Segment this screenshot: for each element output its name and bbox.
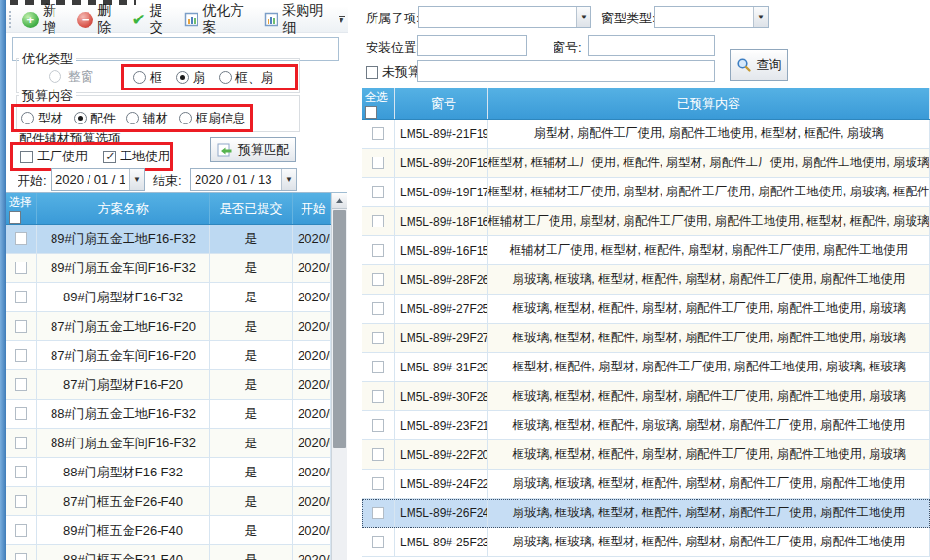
table-row[interactable]: 87#门扇五金车间F16-F20是2020/0 — [6, 341, 331, 370]
table-row[interactable]: LM5L-89#-30F28框玻璃, 框型材, 框配件, 扇型材, 扇配件工厂使… — [362, 382, 930, 411]
radio-frame[interactable]: 框 — [133, 69, 162, 87]
table-row[interactable]: LM5L-89#-26F24扇玻璃, 框玻璃, 框型材, 框配件, 扇型材, 扇… — [362, 499, 930, 528]
unbudgeted-input[interactable] — [417, 60, 715, 82]
table-row[interactable]: LM5L-89#-21F19扇型材, 扇配件工厂使用, 扇配件工地使用, 框型材… — [362, 120, 930, 149]
table-row[interactable]: LM5L-89#-23F21框玻璃, 框型材, 框配件, 扇玻璃, 扇型材, 扇… — [362, 411, 930, 440]
row-checkbox[interactable] — [372, 332, 384, 344]
table-row[interactable]: 89#门扇五金工地F16-F32是2020/0 — [6, 225, 331, 254]
table-row[interactable]: LM5L-89#-27F25框玻璃, 框型材, 框配件, 扇型材, 扇配件工厂使… — [362, 295, 930, 324]
row-checkbox[interactable] — [15, 262, 27, 274]
row-checkbox[interactable] — [372, 477, 384, 490]
row-checkbox[interactable] — [15, 495, 27, 508]
table-row[interactable]: 88#门扇五金车间F16-F32是2020/0 — [6, 429, 331, 458]
row-checkbox[interactable] — [372, 448, 384, 461]
window-no-column-header[interactable]: 窗号 — [395, 88, 488, 119]
window-type-combobox[interactable]: ▼ — [654, 6, 769, 28]
start-column-header[interactable]: 开始 — [293, 193, 331, 224]
table-row[interactable]: LM5L-89#-20F18框型材, 框辅材工厂使用, 框配件, 扇型材, 扇配… — [362, 149, 930, 178]
submitted-column-header[interactable]: 是否已提交 — [210, 193, 293, 224]
row-checkbox[interactable] — [372, 186, 384, 198]
row-checkbox[interactable] — [372, 157, 384, 169]
scrollbar-thumb[interactable] — [333, 210, 346, 448]
row-checkbox[interactable] — [372, 127, 384, 140]
radio-sash[interactable]: 扇 — [176, 69, 205, 87]
radio-icon — [176, 71, 189, 84]
table-row[interactable]: 89#门扇型材F16-F32是2020/0 — [6, 283, 331, 312]
row-checkbox[interactable] — [15, 524, 27, 537]
radio-profile[interactable]: 型材 — [21, 110, 63, 127]
table-row[interactable]: LM5L-89#-25F23扇玻璃, 框玻璃, 框型材, 框配件, 扇型材, 扇… — [362, 528, 930, 557]
select-all-checkbox[interactable] — [9, 211, 21, 224]
sub-item-dropdown-button[interactable]: ▼ — [576, 7, 590, 27]
table-row[interactable]: 89#门框五金F26-F40是2020/0 — [6, 516, 331, 545]
table-row[interactable]: LM5L-89#-16F15框辅材工厂使用, 框型材, 框配件, 扇型材, 扇配… — [362, 236, 930, 265]
budgeted-content-column-header[interactable]: 已预算内容 — [488, 88, 930, 119]
row-checkbox[interactable] — [15, 553, 27, 560]
optimize-plan-button[interactable]: 优化方案 — [179, 0, 259, 40]
radio-frame-sash-info[interactable]: 框扇信息 — [179, 110, 246, 127]
row-checkbox[interactable] — [15, 320, 27, 332]
add-button[interactable]: + 新增 — [18, 0, 72, 40]
budget-match-button[interactable]: 预算匹配 — [210, 137, 296, 162]
table-row[interactable]: LM5L-89#-22F20框玻璃, 框型材, 框配件, 扇型材, 扇配件工厂使… — [362, 440, 930, 470]
row-checkbox[interactable] — [372, 361, 384, 373]
table-row[interactable]: 87#门扇型材F16-F20是2020/0 — [6, 370, 331, 400]
delete-button[interactable]: − 删除 — [72, 0, 126, 40]
table-row[interactable]: 89#门扇五金车间F16-F32是2020/0 — [6, 254, 331, 283]
checkbox-site-use[interactable]: 工地使用 — [103, 148, 170, 165]
window-budget-panel: 所属子项: ▼ 窗型类型: ▼ 安装位置: 窗号: 未预算: 查询 全选 窗号 … — [362, 0, 930, 560]
submitted-cell: 是 — [210, 458, 293, 486]
table-row[interactable]: 87#门框五金F26-F40是2020/0 — [6, 487, 331, 516]
row-checkbox[interactable] — [15, 437, 27, 449]
row-checkbox[interactable] — [15, 378, 27, 391]
end-date-dropdown-button[interactable]: ▼ — [281, 169, 296, 190]
row-checkbox[interactable] — [15, 349, 27, 362]
radio-fitting[interactable]: 配件 — [74, 110, 116, 127]
row-checkbox[interactable] — [15, 407, 27, 420]
window-type-dropdown-button[interactable]: ▼ — [753, 7, 768, 27]
radio-auxiliary[interactable]: 辅材 — [126, 110, 168, 127]
table-row[interactable]: LM5L-89#-19F17框型材, 框辅材工厂使用, 扇型材, 扇配件工厂使用… — [362, 178, 930, 207]
row-checkbox[interactable] — [372, 536, 384, 548]
plan-table-scrollbar[interactable] — [331, 193, 347, 560]
table-row[interactable]: 88#门扇五金工地F16-F32是2020/0 — [6, 400, 331, 429]
row-checkbox[interactable] — [372, 215, 384, 228]
sub-item-combobox[interactable]: ▼ — [418, 6, 591, 28]
table-row[interactable]: LM5L-89#-29F27框玻璃, 框型材, 框配件, 扇型材, 扇配件工厂使… — [362, 324, 930, 353]
end-date-editor[interactable]: 2020 / 01 / 13 ▼ — [190, 168, 297, 191]
table-row[interactable]: LM5L-89#-31F29框型材, 框配件, 扇型材, 扇配件工厂使用, 扇配… — [362, 353, 930, 382]
row-checkbox[interactable] — [15, 466, 27, 478]
checkbox-unbudgeted[interactable]: 未预算: — [366, 63, 424, 81]
window-no-input[interactable] — [588, 35, 715, 56]
table-row[interactable]: 88#门框五金F21-F40是2020/0 — [6, 545, 331, 560]
table-row[interactable]: 87#门扇五金工地F16-F20是2020/0 — [6, 312, 331, 341]
select-all-checkbox[interactable] — [365, 106, 377, 119]
row-checkbox[interactable] — [372, 419, 384, 432]
row-checkbox[interactable] — [372, 244, 384, 257]
submit-button[interactable]: ✔ 提交 — [127, 0, 180, 40]
panel-splitter[interactable] — [352, 0, 362, 560]
toolbar-grip[interactable] — [9, 11, 13, 28]
scroll-up-button[interactable] — [332, 193, 347, 209]
submitted-cell: 是 — [210, 516, 293, 544]
row-checkbox[interactable] — [372, 390, 384, 402]
install-position-input[interactable] — [417, 35, 527, 56]
row-checkbox[interactable] — [15, 291, 27, 303]
row-checkbox[interactable] — [372, 507, 384, 519]
row-checkbox[interactable] — [372, 273, 384, 286]
query-button[interactable]: 查询 — [730, 49, 788, 81]
start-date-dropdown-button[interactable]: ▼ — [129, 169, 144, 190]
row-select-cell — [362, 528, 395, 556]
table-row[interactable]: LM5L-89#-18F16框辅材工厂使用, 扇型材, 扇配件工厂使用, 扇配件… — [362, 207, 930, 236]
table-row[interactable]: 88#门扇型材F16-F32是2020/0 — [6, 458, 331, 487]
plan-name-column-header[interactable]: 方案名称 — [37, 193, 210, 224]
toolbar-overflow-button[interactable]: ▼ — [335, 11, 348, 30]
row-checkbox[interactable] — [372, 302, 384, 315]
checkbox-factory-use[interactable]: 工厂使用 — [20, 148, 88, 165]
table-row[interactable]: LM5L-89#-24F22扇玻璃, 框玻璃, 框型材, 框配件, 扇型材, 扇… — [362, 470, 930, 499]
radio-frame-sash[interactable]: 框、扇 — [219, 69, 273, 87]
row-checkbox[interactable] — [15, 232, 27, 245]
start-date-editor[interactable]: 2020 / 01 / 1 ▼ — [51, 168, 145, 191]
budgeted-content-cell: 扇玻璃, 框玻璃, 框型材, 框配件, 扇型材, 扇配件工厂使用, 扇配件工地使… — [488, 528, 930, 556]
table-row[interactable]: LM5L-89#-28F26扇玻璃, 框玻璃, 框型材, 框配件, 扇型材, 扇… — [362, 265, 930, 295]
